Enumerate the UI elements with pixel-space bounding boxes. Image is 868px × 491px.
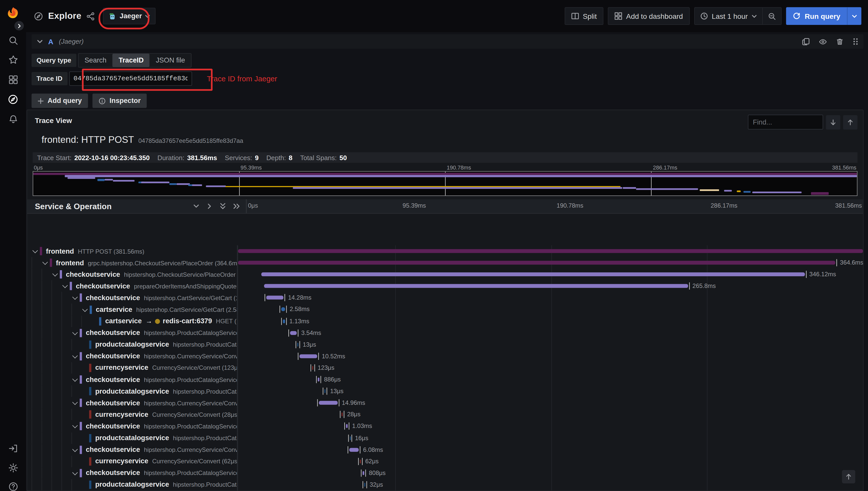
- span-row[interactable]: productcatalogservicehipstershop.Product…: [27, 432, 863, 444]
- expand-chevron-icon[interactable]: [32, 248, 38, 253]
- duration-bar[interactable]: [283, 319, 285, 323]
- help-icon[interactable]: [0, 478, 26, 491]
- span-row[interactable]: checkoutserviceprepareOrderItemsAndShipp…: [27, 280, 863, 292]
- span-bar-cell[interactable]: 10.52ms: [238, 350, 863, 362]
- span-bar-cell[interactable]: 1.13ms: [238, 315, 863, 327]
- expand-chevron-icon[interactable]: [72, 294, 78, 300]
- span-bar-cell[interactable]: 28μs: [238, 409, 863, 420]
- span-row[interactable]: checkoutservicehipstershop.ProductCatalo…: [27, 327, 863, 339]
- duplicate-query-icon[interactable]: [802, 38, 810, 45]
- alerting-bell-icon[interactable]: [0, 111, 26, 127]
- collapse-chevron-icon[interactable]: [37, 39, 43, 44]
- disable-query-eye-icon[interactable]: [819, 37, 827, 46]
- span-bar-cell[interactable]: 364.6ms: [238, 257, 863, 269]
- split-button[interactable]: Split: [565, 7, 603, 25]
- span-bar-cell[interactable]: 886μs: [238, 374, 863, 385]
- duration-bar[interactable]: [319, 401, 337, 405]
- settings-gear-icon[interactable]: [0, 460, 26, 476]
- duration-bar[interactable]: [299, 354, 318, 358]
- span-row[interactable]: frontendHTTP POST (381.56ms): [27, 245, 863, 257]
- collapse-one-icon[interactable]: [193, 203, 199, 209]
- minimap-canvas[interactable]: [33, 171, 858, 196]
- duration-bar[interactable]: [290, 331, 297, 335]
- span-name-cell[interactable]: checkoutservicehipstershop.ProductCatalo…: [27, 467, 238, 479]
- add-query-button[interactable]: Add query: [31, 93, 88, 108]
- span-name-cell[interactable]: currencyserviceCurrencyService/Convert (…: [27, 362, 238, 374]
- duration-bar[interactable]: [261, 272, 805, 276]
- explore-compass-icon[interactable]: [0, 91, 26, 107]
- span-row[interactable]: checkoutservicehipstershop.CurrencyServi…: [27, 397, 863, 409]
- expand-chevron-icon[interactable]: [72, 400, 78, 405]
- span-bar-cell[interactable]: 123μs: [238, 362, 863, 374]
- span-bar-cell[interactable]: 2.58ms: [238, 304, 863, 315]
- span-name-cell[interactable]: checkoutservicehipstershop.CurrencyServi…: [27, 444, 238, 455]
- inspector-button[interactable]: Inspector: [92, 93, 147, 108]
- span-row[interactable]: frontendgrpc.hipstershop.CheckoutService…: [27, 257, 863, 269]
- span-row[interactable]: currencyserviceCurrencyService/Convert (…: [27, 409, 863, 420]
- time-range-button[interactable]: Last 1 hour: [694, 8, 762, 24]
- span-row[interactable]: currencyserviceCurrencyService/Convert (…: [27, 362, 863, 374]
- duration-bar[interactable]: [349, 448, 359, 452]
- span-row[interactable]: cartservicehipstershop.CartService/GetCa…: [27, 304, 863, 315]
- find-prev-button[interactable]: [843, 115, 858, 129]
- span-name-cell[interactable]: frontendgrpc.hipstershop.CheckoutService…: [27, 257, 238, 269]
- span-row[interactable]: productcatalogservicehipstershop.Product…: [27, 385, 863, 397]
- span-bar-cell[interactable]: 6.08ms: [238, 444, 863, 455]
- span-bar-cell[interactable]: 346.12ms: [238, 269, 863, 280]
- run-query-button[interactable]: Run query: [786, 7, 847, 25]
- datasource-picker[interactable]: Jaeger: [103, 8, 156, 24]
- span-bar-cell[interactable]: 16μs: [238, 432, 863, 444]
- span-row[interactable]: checkoutservicehipstershop.CartService/G…: [27, 292, 863, 304]
- apps-grid-icon[interactable]: [0, 71, 26, 88]
- query-type-search[interactable]: Search: [79, 54, 113, 67]
- span-row[interactable]: checkoutservicehipstershop.CurrencyServi…: [27, 444, 863, 455]
- span-name-cell[interactable]: productcatalogservicehipstershop.Product…: [27, 432, 238, 444]
- duration-bar[interactable]: [266, 296, 283, 300]
- span-bar-cell[interactable]: 14.28ms: [238, 292, 863, 304]
- span-name-cell[interactable]: productcatalogservicehipstershop.Product…: [27, 385, 238, 397]
- grafana-logo[interactable]: [0, 5, 26, 22]
- trace-id-input[interactable]: [69, 71, 192, 86]
- expand-chevron-icon[interactable]: [82, 306, 88, 312]
- span-bar-cell[interactable]: 808μs: [238, 467, 863, 479]
- span-row[interactable]: cartservice→redis-cart:6379HGET (1.13ms)…: [27, 315, 863, 327]
- span-name-cell[interactable]: checkoutservicehipstershop.CurrencyServi…: [27, 397, 238, 409]
- span-bar-cell[interactable]: 14.96ms: [238, 397, 863, 409]
- expand-chevron-icon[interactable]: [62, 283, 68, 288]
- span-bar-cell[interactable]: 32μs: [238, 479, 863, 490]
- span-name-cell[interactable]: productcatalogservicehipstershop.Product…: [27, 339, 238, 350]
- expand-chevron-icon[interactable]: [72, 470, 78, 475]
- span-name-cell[interactable]: frontendHTTP POST (381.56ms): [27, 245, 238, 257]
- find-next-button[interactable]: [826, 115, 840, 129]
- span-name-cell[interactable]: checkoutservicehipstershop.CheckoutServi…: [27, 269, 238, 280]
- span-name-cell[interactable]: cartservicehipstershop.CartService/GetCa…: [27, 304, 238, 315]
- duration-bar[interactable]: [312, 366, 313, 370]
- span-bar-cell[interactable]: 265.8ms: [238, 280, 863, 292]
- duration-bar[interactable]: [342, 413, 343, 416]
- duration-bar[interactable]: [350, 436, 351, 440]
- span-name-cell[interactable]: currencyserviceCurrencyService/Convert (…: [27, 455, 238, 467]
- add-to-dashboard-button[interactable]: Add to dashboard: [608, 7, 690, 25]
- expand-chevron-icon[interactable]: [72, 353, 78, 358]
- collapse-all-icon[interactable]: [220, 203, 226, 210]
- duration-bar[interactable]: [238, 261, 836, 265]
- zoom-out-time-button[interactable]: [762, 8, 781, 24]
- span-row[interactable]: productcatalogservicehipstershop.Product…: [27, 479, 863, 490]
- run-query-dropdown[interactable]: [847, 7, 861, 25]
- span-name-cell[interactable]: checkoutservicehipstershop.ProductCatalo…: [27, 374, 238, 385]
- span-row[interactable]: productcatalogservicehipstershop.Product…: [27, 339, 863, 350]
- duration-bar[interactable]: [238, 249, 863, 253]
- span-bar-cell[interactable]: 1.03ms: [238, 420, 863, 432]
- span-row[interactable]: currencyserviceCurrencyService/Convert (…: [27, 455, 863, 467]
- duration-bar[interactable]: [264, 284, 688, 288]
- span-bar-cell[interactable]: 62μs: [238, 455, 863, 467]
- span-row[interactable]: checkoutservicehipstershop.ProductCatalo…: [27, 420, 863, 432]
- duration-bar[interactable]: [360, 460, 361, 463]
- duration-bar[interactable]: [363, 471, 364, 475]
- expand-one-icon[interactable]: [207, 203, 213, 209]
- span-row[interactable]: checkoutservicehipstershop.ProductCatalo…: [27, 467, 863, 479]
- query-ref-row[interactable]: A (Jaeger): [31, 34, 863, 49]
- duration-bar[interactable]: [297, 343, 298, 346]
- span-bar-cell[interactable]: 3.54ms: [238, 327, 863, 339]
- span-name-cell[interactable]: cartservice→redis-cart:6379HGET (1.13ms): [27, 315, 238, 327]
